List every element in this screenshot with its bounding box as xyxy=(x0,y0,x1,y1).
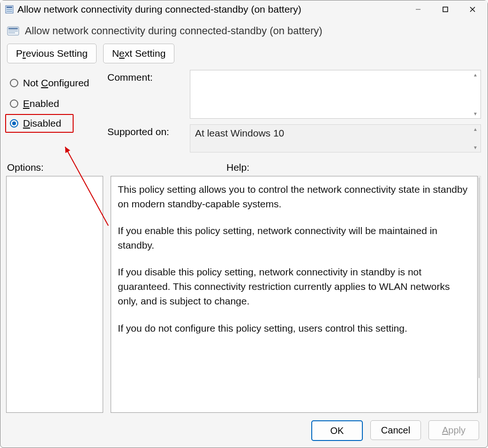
radio-enabled[interactable]: Enabled xyxy=(7,93,107,114)
svg-rect-3 xyxy=(7,11,12,12)
dialog-footer: OK Cancel Apply xyxy=(0,413,488,448)
arrow-down-icon: ▼ xyxy=(473,111,478,116)
policy-header: Allow network connectivity during connec… xyxy=(0,18,488,42)
radio-icon xyxy=(10,79,18,87)
radio-disabled[interactable]: Disabled xyxy=(7,116,72,131)
pane-labels: Options: Help: xyxy=(0,152,488,176)
maximize-button[interactable] xyxy=(439,3,452,16)
help-pane: This policy setting allows you to contro… xyxy=(111,176,478,413)
help-paragraph: If you do not configure this policy sett… xyxy=(118,321,471,335)
comment-textarea[interactable]: ▲ ▼ xyxy=(190,70,481,119)
radio-label: Enabled xyxy=(23,98,59,109)
ok-button[interactable]: OK xyxy=(311,420,363,441)
svg-rect-5 xyxy=(443,7,448,12)
policy-title: Allow network connectivity during connec… xyxy=(25,25,323,37)
fields-column: Comment: ▲ ▼ Supported on: At least Wind… xyxy=(107,70,481,152)
help-paragraph: If you disable this policy setting, netw… xyxy=(118,265,471,308)
supported-on-field: At least Windows 10 ▲ ▼ xyxy=(190,124,481,152)
svg-rect-10 xyxy=(8,30,18,31)
panes-row: This policy setting allows you to contro… xyxy=(0,176,488,413)
arrow-up-icon: ▲ xyxy=(473,72,478,77)
next-setting-button[interactable]: Next Setting xyxy=(103,44,174,63)
scrollbar-thumb[interactable] xyxy=(479,177,480,378)
previous-setting-button[interactable]: Previous Setting xyxy=(7,44,97,63)
help-paragraph: If you enable this policy setting, netwo… xyxy=(118,223,471,252)
radio-label: Not Configured xyxy=(23,77,89,89)
svg-rect-2 xyxy=(7,9,12,10)
supported-on-label: Supported on: xyxy=(107,124,186,137)
annotation-highlight: Disabled xyxy=(5,114,74,133)
window-controls xyxy=(412,3,485,16)
arrow-down-icon: ▼ xyxy=(473,145,478,150)
policy-dialog-window: Allow network connectivity during connec… xyxy=(0,0,488,448)
svg-rect-1 xyxy=(7,7,12,8)
radio-label: Disabled xyxy=(23,118,61,129)
comment-label: Comment: xyxy=(107,70,186,83)
apply-button[interactable]: Apply xyxy=(428,420,479,440)
nav-row: Previous Setting Next Setting xyxy=(0,42,488,70)
help-wrap: This policy setting allows you to contro… xyxy=(111,176,481,413)
help-scrollbar[interactable] xyxy=(478,176,481,413)
radio-not-configured[interactable]: Not Configured xyxy=(7,73,107,93)
radio-icon xyxy=(10,99,18,108)
options-pane xyxy=(6,176,103,413)
options-label: Options: xyxy=(7,162,217,173)
config-area: Not Configured Enabled Disabled Comment:… xyxy=(0,70,488,152)
window-title: Allow network connectivity during connec… xyxy=(17,4,412,15)
radio-icon xyxy=(10,119,18,128)
supported-on-value: At least Windows 10 xyxy=(195,128,284,138)
state-radio-group: Not Configured Enabled Disabled xyxy=(7,70,107,152)
policy-icon xyxy=(7,25,19,37)
app-icon xyxy=(5,5,14,14)
close-button[interactable] xyxy=(466,3,479,16)
help-paragraph: This policy setting allows you to contro… xyxy=(118,182,471,211)
comment-scroll-arrows[interactable]: ▲ ▼ xyxy=(472,72,479,116)
arrow-up-icon: ▲ xyxy=(473,127,478,132)
svg-rect-9 xyxy=(8,28,18,30)
titlebar: Allow network connectivity during connec… xyxy=(0,0,488,18)
svg-rect-11 xyxy=(8,32,15,33)
supported-scroll-arrows[interactable]: ▲ ▼ xyxy=(472,127,479,150)
help-label: Help: xyxy=(226,162,481,173)
minimize-button[interactable] xyxy=(412,3,425,16)
cancel-button[interactable]: Cancel xyxy=(370,420,421,440)
